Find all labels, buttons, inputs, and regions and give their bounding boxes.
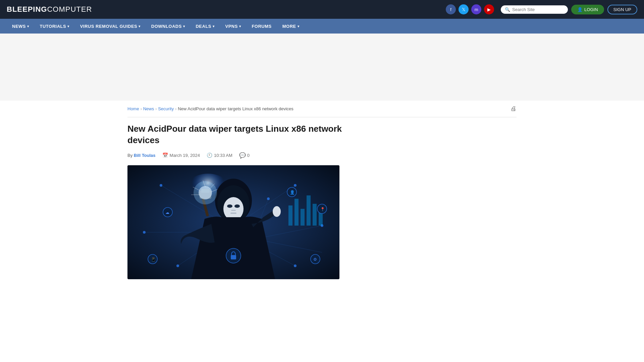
main-nav: NEWS ▾ TUTORIALS ▾ VIRUS REMOVAL GUIDES … bbox=[0, 19, 644, 34]
nav-tutorials-label: TUTORIALS bbox=[40, 24, 66, 29]
svg-point-26 bbox=[227, 204, 232, 208]
nav-deals-label: DEALS bbox=[196, 24, 211, 29]
nav-deals-chevron: ▾ bbox=[213, 24, 215, 28]
svg-point-14 bbox=[176, 264, 179, 267]
svg-rect-18 bbox=[294, 199, 299, 226]
login-label: LOGIN bbox=[584, 7, 598, 12]
nav-item-tutorials[interactable]: TUTORIALS ▾ bbox=[35, 19, 75, 34]
comment-icon: 💬 bbox=[239, 152, 246, 159]
login-button[interactable]: 👤 LOGIN bbox=[571, 5, 604, 14]
nav-virus-chevron: ▾ bbox=[139, 24, 141, 28]
time-meta: 🕙 10:33 AM bbox=[207, 153, 232, 158]
svg-point-27 bbox=[234, 204, 240, 208]
author-label: By bbox=[127, 153, 132, 158]
svg-rect-21 bbox=[313, 204, 317, 226]
article-image: ☁ 👤 📍 ⚙ 📱 bbox=[127, 165, 339, 279]
article-hero-svg: ☁ 👤 📍 ⚙ 📱 bbox=[127, 165, 339, 279]
svg-text:📱: 📱 bbox=[151, 257, 156, 262]
svg-rect-38 bbox=[231, 255, 236, 259]
breadcrumb-sep-1: › bbox=[141, 107, 142, 111]
content-layout: New AcidPour data wiper targets Linux x8… bbox=[127, 123, 517, 279]
breadcrumb-news[interactable]: News bbox=[143, 106, 154, 111]
svg-point-36 bbox=[194, 181, 217, 204]
svg-point-25 bbox=[223, 197, 244, 221]
article-main: New AcidPour data wiper targets Linux x8… bbox=[127, 123, 349, 279]
article-time: 10:33 AM bbox=[214, 153, 232, 158]
ad-banner bbox=[0, 34, 644, 101]
svg-point-12 bbox=[143, 231, 146, 234]
nav-forums-label: FORUMS bbox=[252, 24, 271, 29]
search-input[interactable] bbox=[512, 7, 564, 12]
mastodon-icon[interactable]: m bbox=[471, 4, 481, 14]
nav-item-news[interactable]: NEWS ▾ bbox=[7, 19, 35, 34]
svg-rect-22 bbox=[319, 212, 323, 226]
svg-point-31 bbox=[273, 206, 281, 217]
nav-item-more[interactable]: MORE ▾ bbox=[277, 19, 305, 34]
breadcrumb-home[interactable]: Home bbox=[127, 106, 139, 111]
comments-badge: 💬 0 bbox=[239, 152, 250, 159]
comment-count: 0 bbox=[247, 153, 250, 158]
svg-text:📍: 📍 bbox=[320, 207, 325, 212]
nav-item-downloads[interactable]: DOWNLOADS ▾ bbox=[146, 19, 191, 34]
facebook-icon[interactable]: f bbox=[446, 4, 456, 14]
svg-point-15 bbox=[294, 264, 297, 267]
svg-text:☁: ☁ bbox=[165, 210, 169, 215]
nav-vpns-chevron: ▾ bbox=[239, 24, 241, 28]
logo-part1: BLEEPING bbox=[7, 5, 47, 13]
login-user-icon: 👤 bbox=[577, 7, 583, 12]
nav-item-forums[interactable]: FORUMS bbox=[246, 19, 277, 34]
nav-news-label: NEWS bbox=[12, 24, 26, 29]
svg-rect-20 bbox=[307, 195, 311, 226]
nav-item-virus[interactable]: VIRUS REMOVAL GUIDES ▾ bbox=[75, 19, 146, 34]
svg-point-16 bbox=[267, 197, 270, 200]
site-logo[interactable]: BLEEPINGCOMPUTER bbox=[7, 5, 92, 14]
date-meta: 📅 March 19, 2024 bbox=[162, 153, 200, 158]
breadcrumb-sep-2: › bbox=[155, 107, 157, 111]
svg-text:👤: 👤 bbox=[290, 190, 295, 195]
header-right: f 𝕏 m ▶ 🔍 👤 LOGIN SIGN UP bbox=[446, 4, 637, 14]
nav-item-vpns[interactable]: VPNS ▾ bbox=[220, 19, 247, 34]
nav-tutorials-chevron: ▾ bbox=[67, 24, 69, 28]
svg-point-11 bbox=[294, 184, 297, 187]
twitter-icon[interactable]: 𝕏 bbox=[459, 4, 469, 14]
breadcrumb: Home › News › Security › New AcidPour da… bbox=[127, 106, 293, 111]
article-meta: By Bill Toulas 📅 March 19, 2024 🕙 10:33 … bbox=[127, 152, 349, 159]
author-link[interactable]: Bill Toulas bbox=[134, 153, 156, 158]
print-icon[interactable]: 🖨 bbox=[511, 105, 517, 112]
nav-downloads-label: DOWNLOADS bbox=[151, 24, 182, 29]
signup-button[interactable]: SIGN UP bbox=[607, 5, 637, 14]
nav-item-deals[interactable]: DEALS ▾ bbox=[190, 19, 220, 34]
clock-icon: 🕙 bbox=[207, 153, 212, 158]
svg-rect-29 bbox=[230, 213, 236, 214]
nav-vpns-label: VPNS bbox=[225, 24, 238, 29]
logo-part2: COMPUTER bbox=[47, 5, 92, 13]
youtube-icon[interactable]: ▶ bbox=[484, 4, 494, 14]
breadcrumb-current: New AcidPour data wiper targets Linux x8… bbox=[178, 106, 293, 111]
svg-rect-19 bbox=[301, 209, 305, 226]
search-icon: 🔍 bbox=[505, 7, 510, 12]
article-date: March 19, 2024 bbox=[170, 153, 200, 158]
main-container: Home › News › Security › New AcidPour da… bbox=[121, 101, 523, 279]
svg-rect-28 bbox=[231, 210, 236, 211]
nav-downloads-chevron: ▾ bbox=[183, 24, 185, 28]
author-info: By Bill Toulas bbox=[127, 153, 156, 158]
site-header: BLEEPINGCOMPUTER f 𝕏 m ▶ 🔍 👤 LOGIN SIGN … bbox=[0, 0, 644, 19]
nav-virus-label: VIRUS REMOVAL GUIDES bbox=[80, 24, 138, 29]
social-icons: f 𝕏 m ▶ bbox=[446, 4, 494, 14]
breadcrumb-bar: Home › News › Security › New AcidPour da… bbox=[127, 101, 517, 117]
nav-news-chevron: ▾ bbox=[27, 24, 29, 28]
nav-more-label: MORE bbox=[282, 24, 296, 29]
svg-rect-17 bbox=[288, 205, 292, 226]
sidebar bbox=[359, 123, 460, 279]
svg-text:⚙: ⚙ bbox=[313, 257, 317, 262]
breadcrumb-security[interactable]: Security bbox=[158, 106, 174, 111]
svg-point-10 bbox=[160, 184, 162, 187]
nav-more-chevron: ▾ bbox=[298, 24, 300, 28]
signup-label: SIGN UP bbox=[613, 7, 631, 12]
search-box: 🔍 bbox=[501, 5, 568, 14]
calendar-icon: 📅 bbox=[162, 153, 168, 158]
breadcrumb-sep-3: › bbox=[175, 107, 176, 111]
article-title: New AcidPour data wiper targets Linux x8… bbox=[127, 123, 349, 146]
